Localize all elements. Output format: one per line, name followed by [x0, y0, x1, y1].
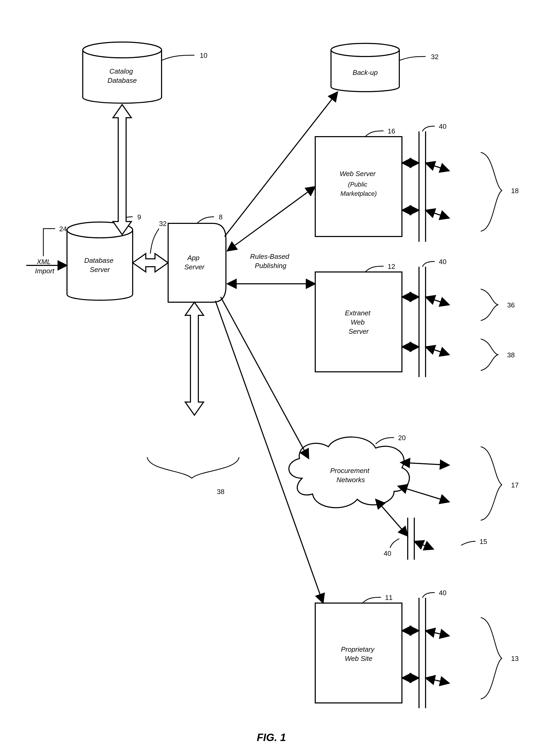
arrow [414, 541, 433, 549]
xml-import-label: XML Import [35, 258, 55, 275]
ref-catalog-db: 10 [200, 52, 208, 59]
ref-web-server: 16 [388, 127, 395, 135]
arrow [426, 210, 449, 218]
leader [422, 126, 435, 131]
arrow [426, 631, 449, 636]
leader [197, 217, 214, 223]
ref-fw-pr: 40 [439, 589, 447, 597]
leader [43, 229, 55, 256]
ref-client-pn-single: 15 [480, 538, 487, 546]
brace [147, 457, 239, 478]
leader [365, 131, 384, 137]
arrow [401, 462, 449, 465]
leader [461, 541, 475, 545]
firewall-ex [419, 267, 426, 377]
proprietary-box: Proprietary Web Site [315, 603, 402, 703]
ref-clients-ws: 18 [511, 187, 519, 195]
rules-publishing-label: Rules-Based Publishing [250, 253, 291, 270]
firewall-ws [419, 131, 426, 242]
leader [422, 261, 435, 267]
web-server-box: Web Server (Public Marketplace) [315, 137, 402, 236]
arrow [426, 297, 449, 305]
ref-app-server: 8 [219, 213, 223, 221]
arrow [376, 499, 408, 536]
ref-bottom-clients: 38 [217, 488, 225, 496]
ref-open-arrow-32: 32 [159, 220, 167, 228]
leader [376, 438, 394, 444]
leader [363, 597, 381, 603]
ref-proprietary: 11 [385, 594, 393, 601]
firewall-pr [419, 598, 426, 708]
app-server-box: App Server [168, 223, 226, 302]
ref-db-server: 9 [137, 213, 141, 221]
backup-label: Back-up [353, 69, 377, 76]
arrow [398, 486, 449, 502]
leader [365, 266, 384, 272]
backup-cylinder: Back-up [331, 43, 399, 92]
figure-label: FIG. 1 [257, 732, 286, 743]
open-arrow-db-catalog-real [113, 105, 131, 235]
extranet-box: Extranet Web Server [315, 272, 402, 372]
leader [150, 229, 159, 254]
svg-point-0 [83, 42, 162, 58]
catalog-db-cylinder: Catalog Database [83, 42, 162, 103]
arrow [426, 347, 449, 355]
ref-fw-pn: 40 [384, 549, 391, 557]
brace [481, 447, 502, 520]
brace [481, 289, 498, 321]
procurement-cloud: Procurement Networks [289, 437, 410, 508]
firewall-pn [408, 518, 414, 560]
ref-xml-import: 24 [59, 225, 67, 233]
leader [390, 539, 399, 548]
open-arrow-db-app [133, 254, 168, 272]
open-arrow-app-clients [185, 302, 204, 415]
arrow [426, 163, 449, 171]
ref-clients-ex-bot: 38 [507, 351, 515, 359]
ref-procurement: 20 [398, 434, 406, 442]
ref-clients-pn: 17 [511, 481, 519, 489]
brace [481, 339, 498, 371]
ref-extranet: 12 [388, 263, 395, 270]
leader [422, 593, 435, 598]
ref-fw-ex: 40 [439, 258, 447, 266]
leader [399, 56, 426, 60]
svg-point-2 [331, 43, 399, 56]
ref-clients-pr: 13 [511, 655, 519, 662]
brace [481, 618, 502, 699]
brace [481, 152, 502, 231]
arrow-app-webserver [227, 187, 315, 251]
ref-clients-ex-top: 36 [507, 301, 515, 309]
arrow [426, 678, 449, 683]
ref-backup: 32 [431, 53, 439, 61]
arrow-app-procurement [221, 297, 309, 459]
ref-fw-ws: 40 [439, 122, 447, 130]
leader [162, 55, 194, 60]
